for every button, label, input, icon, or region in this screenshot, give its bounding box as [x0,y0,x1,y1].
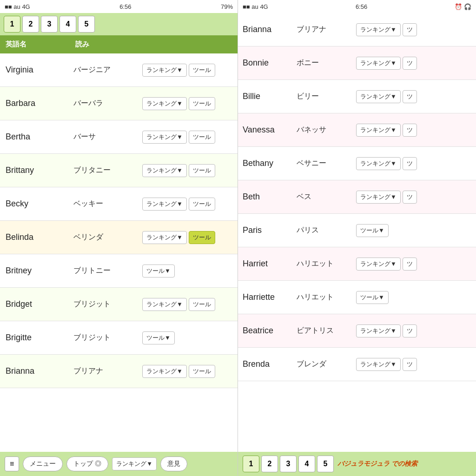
table-row: Brittany ブリタニー ランキング▼ ツール [0,154,238,187]
tool-button[interactable]: ツール [189,231,215,244]
button-cell: ランキング▼ ツール [139,93,238,114]
tool-button[interactable]: ツール [189,198,215,211]
tool-button[interactable]: ツ [403,324,417,337]
table-row: Brianna ブリアナ ランキング▼ ツール [0,355,238,388]
name-cell: Belinda [0,228,70,247]
table-row: Paris パリス ツール▼ [238,214,476,247]
table-row: Brianna ブリアナ ランキング▼ ツ [238,13,476,46]
name-cell: Vanessa [238,120,294,139]
tool-button[interactable]: ツ [403,90,417,103]
tool-button[interactable]: ツール▼ [142,264,175,278]
name-cell: Bonnie [238,53,294,73]
right-carrier: ■■ au 4G [243,3,268,10]
right-tab-1[interactable]: 1 [243,456,259,472]
left-tab-2[interactable]: 2 [22,16,39,33]
reading-cell: ブリアナ [294,20,354,39]
tool-button[interactable]: ツール [189,298,215,311]
reading-cell: ベサニー [294,154,354,173]
ranking-button[interactable]: ランキング▼ [142,298,187,311]
ranking-button[interactable]: ランキング▼ [142,64,187,77]
reading-cell: ハリエット [294,288,354,307]
left-battery: 79% [221,3,233,10]
ranking-button[interactable]: ランキング▼ [356,90,401,103]
ranking-button[interactable]: ランキング▼ [356,124,401,137]
right-tab-2[interactable]: 2 [261,456,278,472]
ranking-dropdown-button[interactable]: ランキング▼ [112,457,157,470]
tool-button[interactable]: ツ [403,23,417,36]
reading-cell: バーバラ [70,94,139,113]
tool-button[interactable]: ツ [403,258,417,271]
header-english: 英語名 [0,35,70,53]
right-tab-5[interactable]: 5 [317,456,334,472]
left-carrier: ■■ au 4G [5,3,30,10]
name-cell: Brenda [238,355,294,374]
ranking-button[interactable]: ランキング▼ [142,131,187,144]
reading-cell: ブリトニー [70,261,139,280]
button-cell: ランキング▼ ツ [354,120,476,140]
tool-button[interactable]: ツ [403,57,417,70]
name-cell: Harriet [238,254,294,273]
reading-cell: ハリエット [294,254,354,273]
button-cell: ランキング▼ ツ [354,187,476,207]
ranking-button[interactable]: ランキング▼ [142,231,187,244]
top-button[interactable]: トップ ◎ [66,456,108,471]
name-cell: Britney [0,261,70,280]
ranking-button[interactable]: ランキング▼ [356,358,401,371]
tool-button[interactable]: ツール [189,64,215,77]
right-tab-3[interactable]: 3 [280,456,297,472]
button-cell: ランキング▼ ツール [139,227,238,248]
ranking-button[interactable]: ランキング▼ [356,258,401,271]
ranking-button[interactable]: ランキング▼ [142,198,187,211]
button-cell: ランキング▼ ツール [139,294,238,315]
table-row: Virginia バージニア ランキング▼ ツール [0,53,238,87]
tool-button[interactable]: ツール▼ [356,224,389,237]
ranking-button[interactable]: ランキング▼ [142,164,187,177]
tool-button[interactable]: ツール [189,131,215,144]
table-row: Brigitte ブリジット ツール▼ [0,321,238,355]
table-row: Billie ビリー ランキング▼ ツ [238,80,476,113]
ranking-button[interactable]: ランキング▼ [356,324,401,337]
left-panel: ■■ au 4G 6:56 79% 1 2 3 4 5 英語名 読み Virgi… [0,0,238,476]
left-tab-4[interactable]: 4 [60,16,76,33]
right-tab-4[interactable]: 4 [298,456,315,472]
ranking-button[interactable]: ランキング▼ [356,191,401,204]
ranking-button[interactable]: ランキング▼ [356,57,401,70]
name-cell: Becky [0,194,70,213]
name-cell: Bridget [0,295,70,314]
name-cell: Bethany [238,154,294,173]
tool-button[interactable]: ツ [403,358,417,371]
left-bottom-bar: ≡ メニュー トップ ◎ ランキング▼ 意見 [0,452,238,476]
left-tab-5[interactable]: 5 [78,16,95,33]
reading-cell: パリス [294,221,354,240]
ranking-button[interactable]: ランキング▼ [356,157,401,170]
ranking-button[interactable]: ランキング▼ [142,97,187,110]
ranking-button[interactable]: ランキング▼ [142,365,187,378]
tool-button[interactable]: ツ [403,124,417,137]
ranking-button[interactable]: ランキング▼ [356,23,401,36]
button-cell: ランキング▼ ツール [139,60,238,80]
name-cell: Brittany [0,161,70,180]
table-row: Beth ベス ランキング▼ ツ [238,180,476,214]
tool-button[interactable]: ツール [189,365,215,378]
menu-button[interactable]: メニュー [23,456,63,471]
name-cell: Bertha [0,127,70,146]
button-cell: ランキング▼ ツ [354,354,476,375]
table-row: Bethany ベサニー ランキング▼ ツ [238,147,476,180]
tool-button[interactable]: ツール▼ [142,331,175,344]
tool-button[interactable]: ツール [189,164,215,177]
left-tab-1[interactable]: 1 [4,16,20,33]
name-cell: Beth [238,187,294,206]
opinion-button[interactable]: 意見 [160,456,187,471]
left-tab-3[interactable]: 3 [41,16,58,33]
table-row: Brenda ブレンダ ランキング▼ ツ [238,348,476,381]
name-cell: Billie [238,87,294,106]
tool-button[interactable]: ツール [189,97,215,110]
tool-button[interactable]: ツ [403,191,417,204]
tool-button[interactable]: ツ [403,157,417,170]
reading-cell: ベリンダ [70,228,139,247]
right-bottom-bar: 1 2 3 4 5 バジュラモジュラ での検索 [238,452,476,476]
tool-button[interactable]: ツール▼ [356,291,389,304]
hamburger-menu-button[interactable]: ≡ [5,456,19,471]
button-cell: ランキング▼ ツール [139,127,238,147]
left-table-header: 英語名 読み [0,35,238,53]
